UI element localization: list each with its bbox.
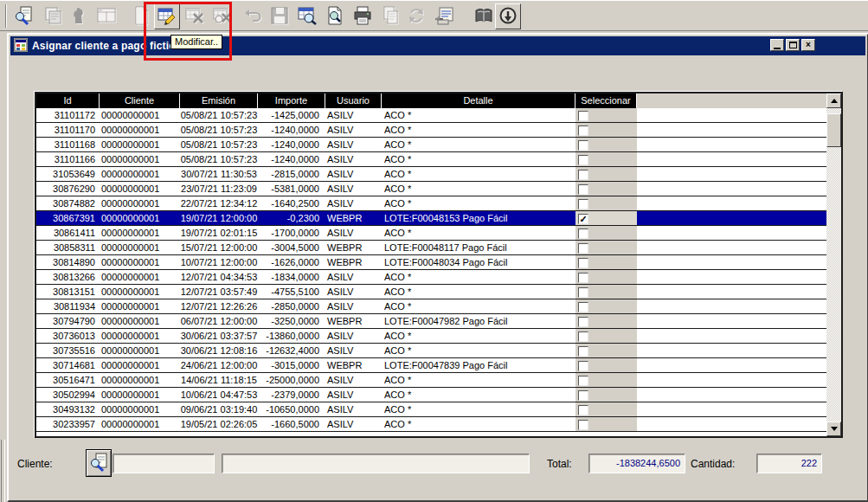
row-checkbox[interactable]	[578, 287, 588, 298]
table-row[interactable]: 308614110000000000119/07/21 02:01:15-170…	[36, 226, 826, 241]
table-row[interactable]: 307355160000000000130/06/21 12:08:16-126…	[36, 344, 826, 358]
row-checkbox[interactable]	[578, 273, 588, 283]
row-checkbox[interactable]	[578, 111, 588, 121]
cell-usuario: ASILV	[325, 417, 382, 431]
cell-seleccionar	[575, 123, 637, 137]
row-checkbox[interactable]	[578, 317, 588, 327]
vertical-scrollbar[interactable]	[826, 93, 841, 436]
cell-importe: -10650,0000	[258, 402, 325, 416]
toolbar-lookup-button[interactable]	[10, 3, 36, 29]
column-header-detalle[interactable]: Detalle	[382, 93, 575, 108]
row-checkbox[interactable]	[578, 140, 588, 151]
row-checkbox[interactable]	[578, 331, 588, 342]
row-checkbox[interactable]	[578, 228, 588, 239]
toolbar-print-preview-button[interactable]	[322, 3, 348, 29]
table-row[interactable]: 308148900000000000110/07/21 12:00:00-162…	[36, 255, 826, 270]
minimize-button[interactable]	[770, 39, 784, 51]
row-checkbox[interactable]: ✓	[578, 214, 588, 224]
close-button[interactable]: ×	[801, 39, 815, 51]
table-row[interactable]: 304931320000000000109/06/21 03:19:40-106…	[36, 402, 826, 417]
table-row[interactable]: 308748820000000000122/07/21 12:34:12-164…	[36, 196, 826, 211]
cell-usuario: ASILV	[325, 285, 382, 299]
table-row[interactable]: 307360130000000000130/06/21 03:37:57-138…	[36, 329, 826, 344]
cell-usuario: WEBPR	[325, 314, 382, 328]
cliente-name-field[interactable]	[222, 454, 530, 473]
table-row[interactable]: 305164710000000000114/06/21 11:18:15-250…	[36, 373, 826, 388]
table-row[interactable]: 308131510000000000112/07/21 03:57:49-475…	[36, 285, 826, 299]
row-filler	[637, 402, 826, 416]
column-header-emision[interactable]: Emisión	[180, 93, 258, 108]
column-header-usuario[interactable]: Usuario	[325, 93, 382, 108]
cliente-code-field[interactable]	[113, 454, 215, 473]
row-checkbox[interactable]	[578, 376, 588, 386]
toolbar-table-search-button[interactable]	[294, 3, 320, 29]
toolbar-object-button[interactable]	[66, 3, 92, 29]
row-checkbox[interactable]	[578, 405, 588, 415]
row-filler	[637, 373, 826, 387]
table-row[interactable]: 305029940000000000110/06/21 04:47:53-237…	[36, 388, 826, 402]
toolbar-save-button[interactable]	[267, 3, 293, 29]
titlebar[interactable]: Asignar cliente a pago ficticio ×	[10, 36, 865, 55]
row-checkbox[interactable]	[578, 199, 588, 209]
table-row[interactable]: 308673910000000000119/07/21 12:00:00-0,2…	[36, 211, 826, 226]
row-checkbox[interactable]	[578, 243, 588, 254]
toolbar-window-grid-button[interactable]	[93, 3, 119, 29]
row-checkbox[interactable]	[578, 155, 588, 165]
cell-emision: 10/07/21 12:00:00	[180, 255, 258, 269]
table-row[interactable]: 310536490000000000130/07/21 11:30:53-281…	[36, 167, 826, 182]
toolbar-help-book-button[interactable]	[471, 3, 497, 29]
column-header-seleccionar[interactable]: Seleccionar	[575, 93, 637, 108]
row-checkbox[interactable]	[578, 420, 588, 430]
cell-seleccionar	[575, 182, 637, 196]
cell-seleccionar	[575, 417, 637, 431]
row-checkbox[interactable]	[578, 346, 588, 357]
table-row[interactable]: 308583110000000000115/07/21 12:00:00-300…	[36, 241, 826, 255]
cell-detalle: ACO *	[382, 285, 575, 299]
toolbar-undo-button[interactable]	[241, 3, 267, 29]
cell-cliente: 00000000001	[100, 388, 180, 402]
table-row[interactable]: 308762900000000000123/07/21 11:23:09-538…	[36, 182, 826, 196]
cell-id: 30874882	[36, 196, 100, 210]
table-row[interactable]: 302339570000000000119/05/21 02:26:05-166…	[36, 417, 826, 432]
grid-header: Id Cliente Emisión Importe Usuario Detal…	[36, 93, 826, 108]
table-row[interactable]: 308132660000000000112/07/21 04:34:53-183…	[36, 270, 826, 285]
cliente-lookup-button[interactable]	[86, 449, 112, 477]
toolbar-exit-button[interactable]	[495, 3, 521, 29]
book-icon	[473, 5, 494, 29]
table-row[interactable]: 311011680000000000105/08/21 10:57:23-124…	[36, 138, 826, 152]
column-header-cliente[interactable]: Cliente	[100, 93, 180, 108]
table-row[interactable]: 307146810000000000124/06/21 12:00:00-301…	[36, 358, 826, 373]
row-checkbox[interactable]	[578, 184, 588, 195]
cell-detalle: ACO *	[382, 299, 575, 313]
row-checkbox[interactable]	[578, 258, 588, 268]
scroll-down-button[interactable]	[826, 422, 841, 436]
row-checkbox[interactable]	[578, 126, 588, 136]
toolbar-refresh-button[interactable]	[403, 3, 429, 29]
toolbar-print-button[interactable]	[350, 3, 376, 29]
column-header-id[interactable]: Id	[36, 93, 100, 108]
cell-usuario: ASILV	[325, 196, 382, 210]
row-checkbox[interactable]	[578, 390, 588, 401]
toolbar-process-form-button[interactable]	[431, 3, 457, 29]
cell-detalle: ACO *	[382, 226, 575, 240]
cell-id: 30493132	[36, 402, 100, 416]
maximize-button[interactable]	[786, 39, 800, 51]
scrollbar-thumb[interactable]	[826, 113, 841, 147]
table-row[interactable]: 311011700000000000105/08/21 10:57:23-124…	[36, 123, 826, 138]
table-row[interactable]: 311011660000000000105/08/21 10:57:23-124…	[36, 152, 826, 167]
table-row[interactable]: 311011720000000000105/08/21 10:57:23-142…	[36, 108, 826, 123]
cell-cliente: 00000000001	[100, 285, 180, 299]
cell-cliente: 00000000001	[100, 314, 180, 328]
row-checkbox[interactable]	[578, 361, 588, 371]
main-toolbar	[0, 0, 868, 31]
table-row[interactable]: 308119340000000000112/07/21 12:26:26-285…	[36, 299, 826, 314]
copy-icon	[380, 5, 401, 29]
toolbar-copy-forms-button[interactable]	[40, 3, 66, 29]
table-row[interactable]: 307947900000000000106/07/21 12:00:00-325…	[36, 314, 826, 329]
row-checkbox[interactable]	[578, 170, 588, 180]
scroll-up-button[interactable]	[826, 93, 841, 108]
column-header-importe[interactable]: Importe	[258, 93, 325, 108]
toolbar-copy-button[interactable]	[377, 3, 403, 29]
row-checkbox[interactable]	[578, 302, 588, 312]
cell-detalle: LOTE:F00048034 Pago Fácil	[382, 255, 575, 269]
